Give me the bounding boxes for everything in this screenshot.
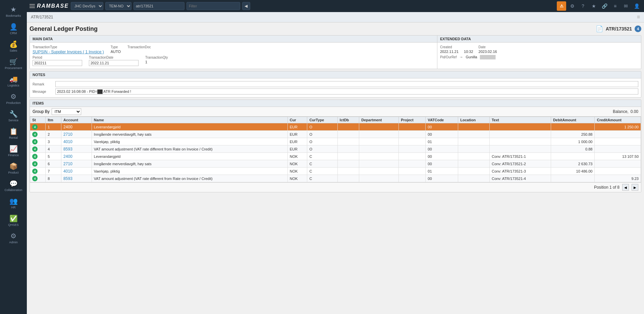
table-header-row: St Itm Account Name Cur CurType IctDb De… xyxy=(30,117,641,123)
table-row[interactable]: 488593VAT amount adjustment (VAT rate di… xyxy=(30,175,641,182)
doc-id: ATR/173521 xyxy=(606,26,632,32)
date-group: Date 2023.02.16 xyxy=(479,45,497,54)
notes-grid: Remark Message 2023.02 16:08:08 - PID=██… xyxy=(33,81,638,95)
transaction-qty-value: 1 xyxy=(145,60,168,64)
cell-location xyxy=(458,160,490,168)
transaction-date-input[interactable] xyxy=(89,60,139,66)
account-link[interactable]: 2710 xyxy=(63,162,72,166)
account-link[interactable]: 2400 xyxy=(63,125,72,129)
prev-page-button[interactable]: ◀ xyxy=(622,184,629,191)
sidebar-item-bookmarks[interactable]: ★ Bookmarks xyxy=(0,3,27,20)
items-toolbar: Group By ITM Account Department Project … xyxy=(30,107,641,117)
settings-icon[interactable]: ⚙ xyxy=(568,1,577,11)
next-page-button[interactable]: ▶ xyxy=(632,184,638,191)
cell-ictdb xyxy=(337,145,359,153)
sidebar-item-production[interactable]: ⚙ Production xyxy=(0,90,27,107)
type-group: Type AUTO xyxy=(111,45,121,54)
cell-account: 2400 xyxy=(61,153,92,160)
sidebar-item-rental[interactable]: 📋 Rental xyxy=(0,125,27,142)
filter-input[interactable] xyxy=(186,2,240,10)
account-link[interactable]: 2400 xyxy=(63,154,72,159)
transaction-type-value[interactable]: SUPSIN - Supplier Invoices ( 1 Invoice ) xyxy=(33,50,104,54)
transaction-date-label: TransactionDate xyxy=(89,56,139,59)
sidebar-item-collaboration[interactable]: 💬 Collaboration xyxy=(0,177,27,194)
env-selector[interactable]: TEM-NO xyxy=(105,2,131,10)
user-icon[interactable]: 👤 xyxy=(632,1,641,11)
cell-name: Inngående merverdiavgift, høy sats xyxy=(92,160,287,168)
link-icon[interactable]: 🔗 xyxy=(600,1,609,11)
sidebar-item-crm[interactable]: 👤 CRM xyxy=(0,20,27,38)
sidebar-item-service[interactable]: 🔧 Service xyxy=(0,107,27,125)
table-row[interactable]: 434010Varekjøp, pliktigEURO011 000.00 xyxy=(30,138,641,145)
cell-debit: 250.88 xyxy=(551,131,595,138)
table-row[interactable]: 412400LeverandørgjeldEURO001 250.00 xyxy=(30,123,641,131)
help-icon[interactable]: ? xyxy=(578,1,588,11)
cell-department xyxy=(359,168,399,175)
cell-debit: 10 486.00 xyxy=(551,168,595,175)
cell-st: 4 xyxy=(30,131,46,138)
doc-ref-input[interactable] xyxy=(133,2,184,10)
sales-icon: 💰 xyxy=(9,40,18,48)
notes-title: NOTES xyxy=(30,71,641,78)
table-row[interactable]: 448593VAT amount adjustment (VAT rate di… xyxy=(30,145,641,153)
message-row: Message 2023.02 16:08:08 - PID=██ ATR Fo… xyxy=(33,88,638,95)
col-cur: Cur xyxy=(287,117,307,123)
cell-credit: 9.23 xyxy=(595,175,641,182)
cell-name: Varekjøp, pliktig xyxy=(92,138,287,145)
cell-text: Conv: ATR/173521-3 xyxy=(489,168,551,175)
period-label: Period xyxy=(33,56,82,59)
sidebar-item-finance[interactable]: 📈 Finance xyxy=(0,142,27,160)
content-area: ATR/173521 ≡ General Ledger Posting 📄 AT… xyxy=(27,12,644,314)
document-icon[interactable]: 📄 xyxy=(596,25,603,33)
sidebar-item-hr[interactable]: 👥 HR xyxy=(0,194,27,212)
cell-cur: EUR xyxy=(287,123,307,131)
table-row[interactable]: 462710Inngående merverdiavgift, høy sats… xyxy=(30,160,641,168)
account-link[interactable]: 4010 xyxy=(63,169,72,174)
collapse-button[interactable]: ◀ xyxy=(242,2,250,10)
sidebar-item-qhses[interactable]: ✅ QHSES xyxy=(0,212,27,229)
cell-location xyxy=(458,138,490,145)
cell-cur: EUR xyxy=(287,131,307,138)
table-row[interactable]: 422710Inngående merverdiavgift, høy sats… xyxy=(30,131,641,138)
cell-itm: 2 xyxy=(46,131,61,138)
cell-cur: EUR xyxy=(287,145,307,153)
cell-curtype: C xyxy=(307,168,337,175)
account-link[interactable]: 4010 xyxy=(63,139,72,144)
col-account: Account xyxy=(61,117,92,123)
mail-icon[interactable]: ✉ xyxy=(621,1,631,11)
account-link[interactable]: 8593 xyxy=(63,147,72,151)
items-table-container: St Itm Account Name Cur CurType IctDb De… xyxy=(30,117,641,182)
company-selector[interactable]: JHC DevSys xyxy=(71,2,103,10)
col-curtype: CurType xyxy=(307,117,337,123)
period-input[interactable] xyxy=(33,60,82,66)
breadcrumb-path: ATR/173521 xyxy=(31,15,53,19)
table-row[interactable]: 474010Vaerkjøp, pliktigNOKC01Conv: ATR/1… xyxy=(30,168,641,175)
hamburger-menu[interactable] xyxy=(30,4,35,8)
account-link[interactable]: 2710 xyxy=(63,132,72,137)
cell-vatcode: 01 xyxy=(426,168,458,175)
cell-cur: NOK xyxy=(287,175,307,182)
sidebar-item-admin[interactable]: ⚙ Admin xyxy=(0,229,27,247)
cell-name: VAT amount adjustment (VAT rate differen… xyxy=(92,175,287,182)
account-link[interactable]: 8593 xyxy=(63,176,72,181)
ellipsis-menu[interactable]: ≡ xyxy=(637,14,640,20)
sidebar-item-procurement[interactable]: 🛒 Procurement xyxy=(0,55,27,72)
sidebar-item-logistics[interactable]: 🚚 Logistics xyxy=(0,72,27,90)
items-table: St Itm Account Name Cur CurType IctDb De… xyxy=(30,117,641,182)
cell-ictdb xyxy=(337,153,359,160)
cell-name: Inngående merverdiavgift, høy sats xyxy=(92,131,287,138)
menu-icon[interactable]: ≡ xyxy=(610,1,620,11)
cell-debit: 2 630.73 xyxy=(551,160,595,168)
cell-itm: 7 xyxy=(46,168,61,175)
cell-credit xyxy=(595,131,641,138)
alert-button[interactable]: ⚠ xyxy=(557,1,566,11)
cell-ictdb xyxy=(337,160,359,168)
product-icon: 📦 xyxy=(9,162,18,170)
group-by-select[interactable]: ITM Account Department Project xyxy=(52,108,81,115)
sidebar-item-sales[interactable]: 💰 Sales xyxy=(0,38,27,55)
remark-input[interactable] xyxy=(55,81,638,87)
star-icon[interactable]: ★ xyxy=(589,1,598,11)
table-row[interactable]: 452400LeverandørgjeldNOKC00Conv: ATR/173… xyxy=(30,153,641,160)
cell-vatcode: 00 xyxy=(426,153,458,160)
sidebar-item-product[interactable]: 📦 Product xyxy=(0,160,27,177)
